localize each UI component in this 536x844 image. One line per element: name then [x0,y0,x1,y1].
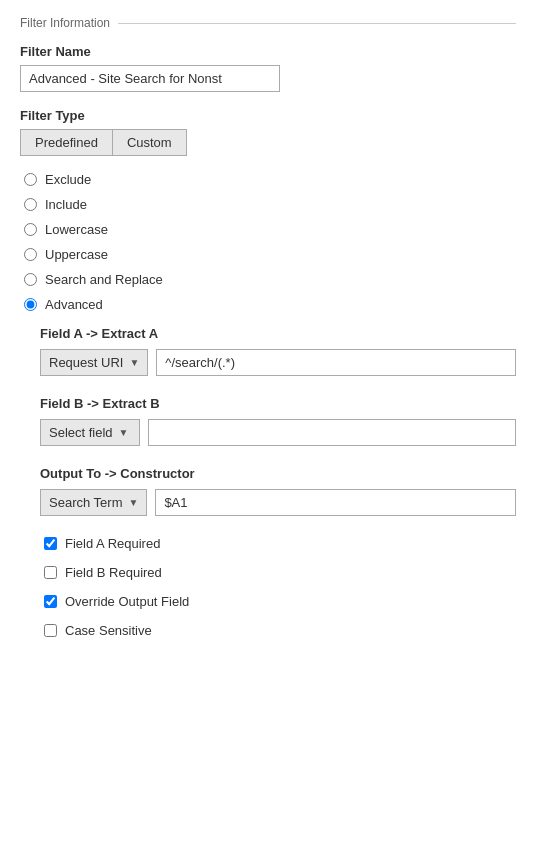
checkbox-group: Field A Required Field B Required Overri… [44,536,516,638]
advanced-section: Field A -> Extract A Request URI ▼ Field… [40,326,516,638]
case-sensitive-label: Case Sensitive [65,623,152,638]
field-b-dropdown-icon: ▼ [119,427,129,438]
output-to-input[interactable] [155,489,516,516]
radio-lowercase-input[interactable] [24,223,37,236]
field-a-group: Field A -> Extract A Request URI ▼ [40,326,516,376]
field-b-row: Select field ▼ [40,419,516,446]
section-title: Filter Information [20,16,516,30]
radio-advanced-input[interactable] [24,298,37,311]
radio-exclude-input[interactable] [24,173,37,186]
field-b-required-checkbox[interactable] [44,566,57,579]
override-output-label: Override Output Field [65,594,189,609]
filter-type-label: Filter Type [20,108,516,123]
output-to-row: Search Term ▼ [40,489,516,516]
filter-type-group: Filter Type Predefined Custom [20,108,516,156]
field-a-required-checkbox[interactable] [44,537,57,550]
case-sensitive-checkbox[interactable] [44,624,57,637]
field-a-required-item[interactable]: Field A Required [44,536,516,551]
radio-exclude[interactable]: Exclude [24,172,516,187]
radio-exclude-label: Exclude [45,172,91,187]
radio-include-label: Include [45,197,87,212]
radio-uppercase-input[interactable] [24,248,37,261]
predefined-button[interactable]: Predefined [20,129,112,156]
radio-search-replace[interactable]: Search and Replace [24,272,516,287]
radio-lowercase[interactable]: Lowercase [24,222,516,237]
field-a-dropdown-icon: ▼ [129,357,139,368]
radio-search-replace-input[interactable] [24,273,37,286]
field-b-label: Field B -> Extract B [40,396,516,411]
field-a-select-label: Request URI [49,355,123,370]
filter-name-group: Filter Name [20,44,516,92]
field-a-select[interactable]: Request URI ▼ [40,349,148,376]
output-to-group: Output To -> Constructor Search Term ▼ [40,466,516,516]
field-b-required-item[interactable]: Field B Required [44,565,516,580]
override-output-checkbox[interactable] [44,595,57,608]
field-b-select-label: Select field [49,425,113,440]
field-a-label: Field A -> Extract A [40,326,516,341]
output-to-select-label: Search Term [49,495,122,510]
output-to-dropdown-icon: ▼ [128,497,138,508]
output-to-label: Output To -> Constructor [40,466,516,481]
filter-name-label: Filter Name [20,44,516,59]
field-b-group: Field B -> Extract B Select field ▼ [40,396,516,446]
field-b-select[interactable]: Select field ▼ [40,419,140,446]
radio-advanced[interactable]: Advanced [24,297,516,312]
radio-lowercase-label: Lowercase [45,222,108,237]
radio-group: Exclude Include Lowercase Uppercase Sear… [24,172,516,312]
radio-include-input[interactable] [24,198,37,211]
field-a-required-label: Field A Required [65,536,160,551]
filter-type-buttons: Predefined Custom [20,129,516,156]
field-a-row: Request URI ▼ [40,349,516,376]
field-a-input[interactable] [156,349,516,376]
filter-name-input[interactable] [20,65,280,92]
radio-advanced-label: Advanced [45,297,103,312]
custom-button[interactable]: Custom [112,129,187,156]
override-output-item[interactable]: Override Output Field [44,594,516,609]
field-b-input[interactable] [148,419,516,446]
field-b-required-label: Field B Required [65,565,162,580]
radio-search-replace-label: Search and Replace [45,272,163,287]
radio-uppercase[interactable]: Uppercase [24,247,516,262]
radio-uppercase-label: Uppercase [45,247,108,262]
case-sensitive-item[interactable]: Case Sensitive [44,623,516,638]
radio-include[interactable]: Include [24,197,516,212]
output-to-select[interactable]: Search Term ▼ [40,489,147,516]
